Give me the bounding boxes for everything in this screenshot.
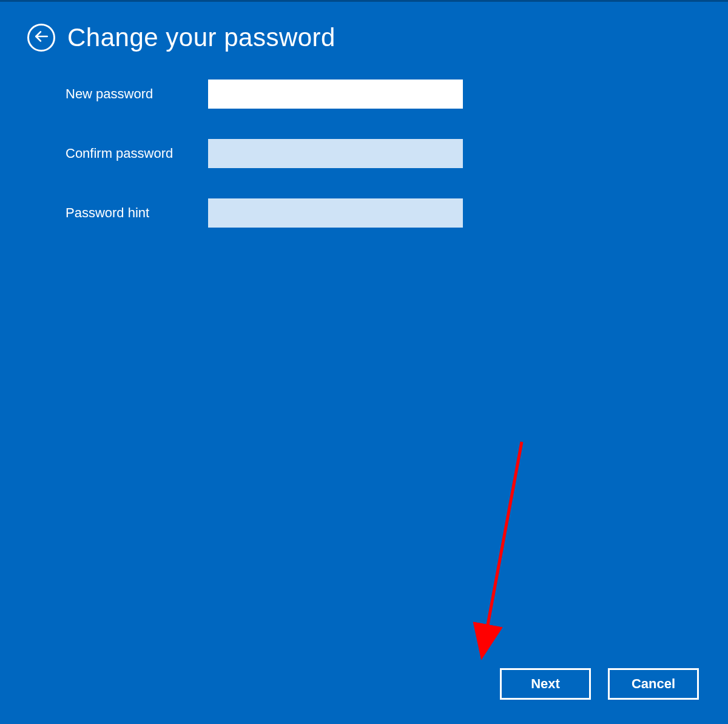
svg-line-2 <box>482 442 522 654</box>
password-hint-label: Password hint <box>66 205 208 221</box>
confirm-password-input[interactable] <box>208 139 463 168</box>
new-password-input[interactable] <box>208 80 463 109</box>
back-button[interactable] <box>27 24 55 52</box>
page-header: Change your password <box>0 2 728 52</box>
page-title: Change your password <box>67 23 335 52</box>
confirm-password-row: Confirm password <box>66 139 728 168</box>
password-form: New password Confirm password Password h… <box>0 52 728 228</box>
arrow-left-icon <box>33 29 49 47</box>
annotation-arrow-icon <box>443 439 534 669</box>
confirm-password-label: Confirm password <box>66 146 208 161</box>
button-bar: Next Cancel <box>500 668 699 700</box>
new-password-row: New password <box>66 80 728 109</box>
next-button[interactable]: Next <box>500 668 591 700</box>
password-hint-row: Password hint <box>66 198 728 228</box>
new-password-label: New password <box>66 86 208 102</box>
cancel-button[interactable]: Cancel <box>608 668 699 700</box>
password-hint-input[interactable] <box>208 198 463 228</box>
